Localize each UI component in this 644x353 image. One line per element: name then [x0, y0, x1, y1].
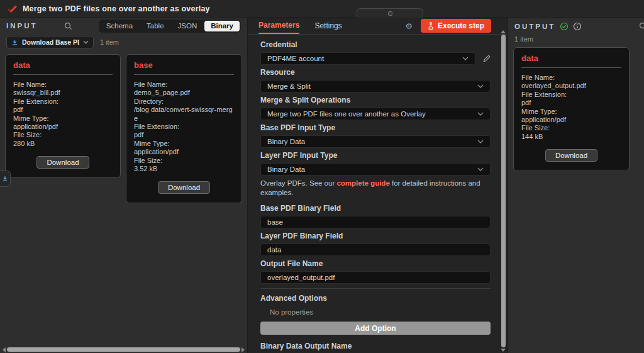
card-field-line: swissqr_bill.pdf [13, 89, 113, 97]
tab-table[interactable]: Table [140, 21, 170, 31]
resource-value: Merge & Split [267, 82, 311, 90]
output-file-name-field: Output File Name [260, 259, 491, 284]
binary-data-output-name-label: Binary Data Output Name [260, 342, 491, 350]
binary-card-title: base [134, 60, 234, 70]
layer-pdf-input-type-label: Layer PDF Input Type [260, 151, 491, 160]
card-field-line: pdf [134, 131, 234, 139]
tab-schema[interactable]: Schema [100, 21, 139, 31]
input-items-count: 1 item [100, 38, 119, 46]
parameters-body: Credential PDF4ME account Resource [248, 35, 508, 353]
topbar: Merge two PDF files one over another as … [0, 0, 644, 18]
card-field-line: application/pdf [13, 123, 113, 131]
input-node-selector[interactable]: Download Base PDF file [6, 36, 94, 48]
card-field-line: pdf [521, 99, 621, 107]
binary-data-output-name-field: Binary Data Output Name [260, 342, 491, 353]
card-field-line: demo_5_page.pdf [134, 89, 234, 97]
base-pdf-binary-field: Base PDF Binary Field [260, 204, 491, 228]
scroll-right-arrow-icon[interactable] [242, 347, 245, 352]
download-button[interactable]: Download [545, 149, 597, 162]
advanced-options-section: Advanced Options No properties Add Optio… [260, 288, 491, 342]
scroll-down-arrow-icon[interactable] [501, 349, 506, 352]
add-option-button[interactable]: Add Option [260, 322, 491, 335]
base-pdf-input-type-select[interactable]: Binary Data [260, 135, 491, 148]
node-tab[interactable] [357, 8, 423, 18]
output-title: OUTPUT [514, 23, 555, 30]
card-field-line: Mime Type: [134, 140, 234, 148]
tab-binary[interactable]: Binary [204, 21, 240, 31]
card-field-line: 144 kB [521, 133, 621, 141]
chevron-down-icon [477, 112, 484, 116]
parameters-tab-bar: Parameters Settings ⚙ Execute step [248, 18, 508, 35]
chevron-down-icon [462, 57, 469, 60]
credential-select[interactable]: PDF4ME account [260, 52, 475, 65]
resource-field: Resource Merge & Split [260, 68, 491, 92]
flask-icon [428, 22, 434, 30]
card-field-line: Mime Type: [521, 108, 621, 116]
binary-cards: data File Name: swissqr_bill.pdf File Ex… [0, 48, 247, 209]
scroll-left-arrow-icon[interactable] [3, 347, 6, 352]
operation-label: Merge & Split Operations [260, 96, 491, 104]
resource-label: Resource [260, 68, 491, 77]
horizontal-scrollbar[interactable] [3, 347, 245, 352]
download-node-icon [2, 176, 8, 182]
download-button[interactable]: Download [158, 181, 210, 194]
chevron-down-icon [477, 84, 484, 88]
input-header: INPUT Schema Table JSON Binary [0, 18, 247, 34]
no-properties-text: No properties [270, 308, 491, 316]
scroll-up-arrow-icon[interactable] [501, 30, 506, 33]
input-node-edge-tab[interactable] [0, 171, 11, 187]
base-pdf-input-type-value: Binary Data [267, 138, 305, 145]
input-panel: INPUT Schema Table JSON Binary Download … [0, 18, 247, 353]
input-run-row: Download Base PDF file 1 item [0, 34, 247, 48]
card-field-line: 3.52 kB [134, 165, 234, 173]
operation-field: Merge & Split Operations Merge two PDF f… [260, 96, 491, 120]
layer-pdf-binary-field: Layer PDF Binary Field [260, 232, 491, 256]
card-field-line: Mime Type: [13, 115, 113, 123]
chevron-down-icon [477, 140, 484, 143]
layer-pdf-binary-field-input[interactable] [260, 244, 491, 256]
card-field-line: File Size: [521, 124, 621, 132]
node-title[interactable]: Merge two PDF files one over another as … [23, 4, 210, 13]
output-search-icon[interactable] [639, 22, 644, 30]
info-icon[interactable] [573, 22, 582, 31]
vertical-scrollbar-thumb[interactable] [501, 35, 506, 347]
tab-parameters[interactable]: Parameters [258, 18, 299, 34]
credential-label: Credential [260, 40, 491, 49]
parameters-panel: Parameters Settings ⚙ Execute step Crede… [247, 18, 508, 353]
complete-guide-link[interactable]: complete guide [336, 179, 389, 187]
card-field-line: File Size: [13, 131, 113, 139]
card-field-line: File Name: [521, 74, 621, 82]
download-button[interactable]: Download [36, 156, 89, 169]
card-field-line: /blog data/convert-swissqr-merge [134, 106, 234, 123]
tab-settings[interactable]: Settings [314, 18, 341, 34]
horizontal-scrollbar-thumb[interactable] [7, 347, 240, 352]
base-pdf-binary-field-input[interactable] [260, 216, 491, 228]
input-search-icon[interactable] [64, 22, 72, 30]
tab-json[interactable]: JSON [172, 21, 204, 31]
card-field-line: pdf [13, 106, 113, 114]
layer-pdf-binary-field-label: Layer PDF Binary Field [260, 232, 491, 240]
gear-icon[interactable]: ⚙ [405, 22, 413, 30]
output-cards: data File Name: overlayed_output.pdf Fil… [508, 43, 644, 176]
input-title: INPUT [6, 22, 38, 30]
resource-select[interactable]: Merge & Split [260, 80, 491, 92]
card-field-line: Directory: [134, 98, 234, 106]
card-field-line: File Extension: [13, 98, 113, 106]
layer-pdf-input-type-select[interactable]: Binary Data [260, 163, 491, 176]
base-pdf-input-type-label: Base PDF Input Type [260, 123, 491, 132]
execute-step-button[interactable]: Execute step [421, 19, 491, 33]
operation-notice: Overlay PDFs. See our complete guide for… [260, 179, 491, 198]
card-field-line: overlayed_output.pdf [521, 82, 621, 90]
edit-pencil-icon[interactable] [482, 55, 491, 63]
chevron-down-icon [477, 167, 484, 171]
operation-select[interactable]: Merge two PDF files one over another as … [260, 108, 491, 120]
binary-card-title: data [13, 60, 113, 70]
binary-card-data: data File Name: swissqr_bill.pdf File Ex… [5, 54, 121, 178]
card-field-line: File Name: [13, 81, 113, 89]
card-field-line: File Size: [134, 157, 234, 165]
output-items-count: 1 item [508, 34, 644, 43]
vertical-scrollbar[interactable] [500, 30, 506, 352]
success-check-icon [560, 22, 569, 31]
output-file-name-input[interactable] [260, 271, 491, 284]
credential-value: PDF4ME account [267, 55, 324, 62]
